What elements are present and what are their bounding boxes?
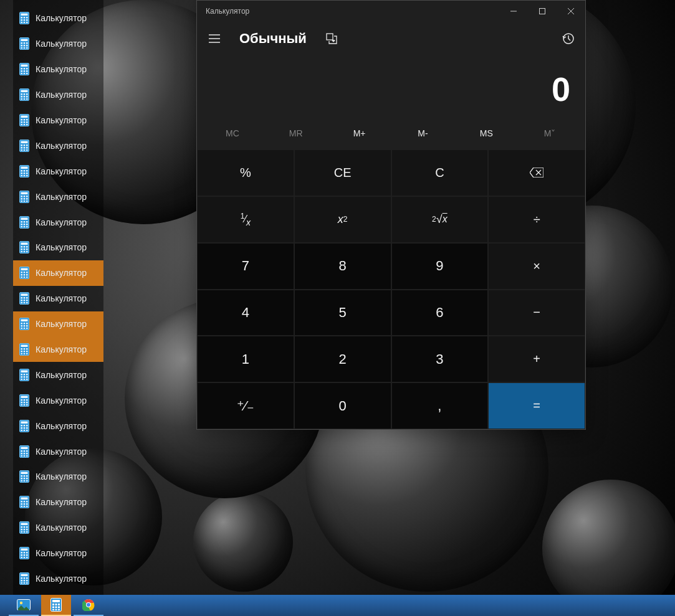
clear-button[interactable]: C xyxy=(392,150,488,196)
window-list-item[interactable]: Калькулятор xyxy=(13,387,103,413)
two-button[interactable]: 2 xyxy=(295,336,391,382)
svg-rect-130 xyxy=(24,302,26,303)
five-button[interactable]: 5 xyxy=(295,290,391,336)
history-button[interactable] xyxy=(555,26,580,51)
memory-list-button[interactable]: M˅ xyxy=(518,122,582,145)
svg-rect-238 xyxy=(26,554,28,556)
eight-button[interactable]: 8 xyxy=(295,244,391,289)
keep-on-top-button[interactable] xyxy=(319,26,344,51)
equals-button[interactable]: = xyxy=(489,383,585,429)
six-button[interactable]: 6 xyxy=(392,290,488,336)
window-list-item[interactable]: Калькулятор xyxy=(13,133,103,158)
memory-row: MC MR M+ M- MS M˅ xyxy=(197,122,585,149)
minus-button[interactable]: − xyxy=(489,290,585,336)
close-button[interactable] xyxy=(557,1,585,21)
window-list-item[interactable]: Калькулятор xyxy=(13,260,103,286)
three-button[interactable]: 3 xyxy=(392,336,488,382)
window-list-item[interactable]: Калькулятор xyxy=(13,337,103,362)
svg-rect-80 xyxy=(24,196,26,197)
one-button[interactable]: 1 xyxy=(198,336,294,382)
svg-rect-181 xyxy=(21,427,23,429)
backspace-button[interactable] xyxy=(489,150,585,196)
clear-entry-button[interactable]: CE xyxy=(295,150,391,196)
memory-recall-button[interactable]: MR xyxy=(264,122,328,145)
svg-rect-221 xyxy=(21,523,28,526)
svg-rect-105 xyxy=(24,249,26,250)
svg-rect-188 xyxy=(21,447,28,449)
four-button[interactable]: 4 xyxy=(198,290,294,336)
window-list-item-label: Калькулятор xyxy=(36,548,87,558)
window-list-item[interactable]: Калькулятор xyxy=(13,438,103,464)
window-list-item[interactable]: Калькулятор xyxy=(13,184,103,209)
window-list-item[interactable]: Калькулятор xyxy=(13,362,103,387)
seven-button[interactable]: 7 xyxy=(198,244,294,289)
svg-rect-47 xyxy=(24,119,26,121)
result-display: 0 xyxy=(197,56,585,122)
percent-button[interactable]: % xyxy=(198,150,294,196)
divide-button[interactable]: ÷ xyxy=(489,197,585,242)
svg-rect-156 xyxy=(21,374,23,376)
calculator-icon xyxy=(19,292,29,305)
svg-rect-30 xyxy=(21,73,23,74)
window-list-item[interactable]: Калькулятор xyxy=(13,6,103,31)
svg-rect-213 xyxy=(26,501,28,503)
zero-button[interactable]: 0 xyxy=(295,383,391,429)
window-list-item[interactable]: Калькулятор xyxy=(13,57,103,82)
title-bar[interactable]: Калькулятор xyxy=(197,1,585,21)
svg-rect-114 xyxy=(26,272,28,273)
window-list-item[interactable]: Калькулятор xyxy=(13,209,103,235)
window-list-item[interactable]: Калькулятор xyxy=(13,311,103,337)
svg-rect-50 xyxy=(24,121,26,123)
taskbar-calculator-button[interactable] xyxy=(41,595,71,616)
negate-button[interactable]: ⁺⁄₋ xyxy=(198,383,294,429)
svg-rect-248 xyxy=(24,580,26,582)
maximize-button[interactable] xyxy=(528,1,557,21)
window-list-item[interactable]: Калькулятор xyxy=(13,515,103,541)
svg-rect-197 xyxy=(26,455,28,457)
window-list-item[interactable]: Калькулятор xyxy=(13,235,103,260)
svg-rect-24 xyxy=(21,68,23,70)
window-list-item[interactable]: Калькулятор xyxy=(13,82,103,108)
window-list-item[interactable]: Калькулятор xyxy=(13,566,103,592)
window-list-item[interactable]: Калькулятор xyxy=(13,158,103,184)
calculator-icon xyxy=(19,216,29,229)
taskbar-chrome-button[interactable] xyxy=(74,595,103,616)
svg-rect-191 xyxy=(26,450,28,452)
minimize-button[interactable] xyxy=(499,1,528,21)
window-list-item[interactable]: Калькулятор xyxy=(13,108,103,133)
window-list-item[interactable]: Калькулятор xyxy=(13,490,103,515)
svg-rect-79 xyxy=(21,196,23,197)
svg-rect-20 xyxy=(24,47,26,49)
svg-rect-45 xyxy=(21,116,28,118)
memory-store-button[interactable]: MS xyxy=(454,122,518,145)
svg-rect-157 xyxy=(24,374,26,376)
svg-rect-232 xyxy=(21,549,28,551)
svg-rect-98 xyxy=(26,226,28,227)
decimal-button[interactable]: , xyxy=(392,383,488,429)
nine-button[interactable]: 9 xyxy=(392,244,488,289)
memory-plus-button[interactable]: M+ xyxy=(328,122,391,145)
svg-rect-107 xyxy=(21,251,23,252)
square-button[interactable]: x2 xyxy=(295,197,391,242)
window-list-item[interactable]: Калькулятор xyxy=(13,286,103,311)
svg-rect-177 xyxy=(21,421,28,424)
svg-rect-86 xyxy=(24,201,26,202)
svg-rect-247 xyxy=(21,580,23,582)
plus-button[interactable]: + xyxy=(489,336,585,382)
window-list-item[interactable]: Калькулятор xyxy=(13,413,103,438)
nav-button[interactable] xyxy=(202,26,227,51)
sqrt-button[interactable]: 2√x xyxy=(392,197,488,242)
svg-rect-3 xyxy=(24,17,26,19)
memory-clear-button[interactable]: MC xyxy=(201,122,264,145)
window-list-item[interactable]: Калькулятор xyxy=(13,31,103,57)
memory-minus-button[interactable]: M- xyxy=(391,122,454,145)
taskbar-photos-button[interactable] xyxy=(9,595,39,616)
reciprocal-button[interactable]: 1⁄x xyxy=(198,197,294,242)
multiply-button[interactable]: × xyxy=(489,244,585,289)
svg-rect-70 xyxy=(26,170,28,172)
svg-rect-78 xyxy=(21,192,28,194)
svg-rect-268 xyxy=(58,609,60,610)
window-list-item[interactable]: Калькулятор xyxy=(13,541,103,566)
window-list-item-label: Калькулятор xyxy=(36,166,87,176)
window-list-item[interactable]: Калькулятор xyxy=(13,464,103,490)
